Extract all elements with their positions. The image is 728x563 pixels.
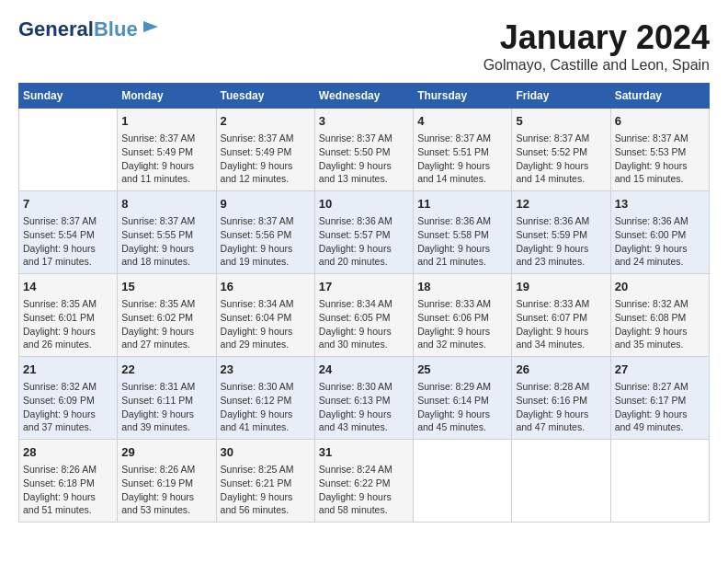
day-info-line: Sunset: 6:00 PM xyxy=(615,228,705,242)
day-info-line: and 35 minutes. xyxy=(615,338,705,351)
calendar-cell: 9Sunrise: 8:37 AMSunset: 5:56 PMDaylight… xyxy=(216,191,314,274)
calendar-cell: 27Sunrise: 8:27 AMSunset: 6:17 PMDayligh… xyxy=(610,357,709,440)
header-sunday: Sunday xyxy=(19,84,118,109)
day-number: 3 xyxy=(319,113,409,130)
day-info-line: Sunrise: 8:35 AM xyxy=(23,297,113,311)
logo: GeneralBlue xyxy=(18,18,160,40)
day-info-line: Sunrise: 8:37 AM xyxy=(615,132,705,145)
day-number: 1 xyxy=(121,113,211,130)
day-info-line: Sunrise: 8:24 AM xyxy=(319,463,409,477)
day-number: 20 xyxy=(615,279,705,295)
day-info-line: and 17 minutes. xyxy=(23,255,113,269)
day-number: 17 xyxy=(319,279,409,295)
calendar-cell: 22Sunrise: 8:31 AMSunset: 6:11 PMDayligh… xyxy=(118,357,216,440)
day-info-line: Sunrise: 8:36 AM xyxy=(319,214,409,228)
day-number: 6 xyxy=(615,113,705,130)
header-wednesday: Wednesday xyxy=(314,84,413,109)
week-row-5: 28Sunrise: 8:26 AMSunset: 6:18 PMDayligh… xyxy=(19,440,710,523)
calendar-cell: 3Sunrise: 8:37 AMSunset: 5:50 PMDaylight… xyxy=(314,109,413,191)
day-info-line: Sunset: 6:13 PM xyxy=(319,394,409,408)
logo-arrow-icon xyxy=(142,17,160,36)
day-info-line: and 27 minutes. xyxy=(121,338,211,351)
day-info-line: Sunrise: 8:37 AM xyxy=(516,132,606,145)
day-number: 4 xyxy=(417,113,507,130)
calendar-table: SundayMondayTuesdayWednesdayThursdayFrid… xyxy=(18,83,710,523)
day-number: 26 xyxy=(516,362,606,378)
calendar-cell: 30Sunrise: 8:25 AMSunset: 6:21 PMDayligh… xyxy=(216,440,314,523)
day-info-line: Sunset: 6:05 PM xyxy=(319,311,409,325)
day-info-line: Sunset: 6:12 PM xyxy=(221,394,311,408)
svg-marker-0 xyxy=(143,21,158,32)
week-row-4: 21Sunrise: 8:32 AMSunset: 6:09 PMDayligh… xyxy=(19,357,710,440)
day-number: 15 xyxy=(121,279,211,295)
day-info-line: Daylight: 9 hours xyxy=(516,408,606,421)
calendar-cell: 4Sunrise: 8:37 AMSunset: 5:51 PMDaylight… xyxy=(414,109,512,191)
day-info-line: and 47 minutes. xyxy=(516,420,606,434)
day-info-line: Daylight: 9 hours xyxy=(516,159,606,173)
day-info-line: Sunset: 6:22 PM xyxy=(319,477,409,490)
calendar-cell: 6Sunrise: 8:37 AMSunset: 5:53 PMDaylight… xyxy=(610,109,709,191)
day-info-line: Daylight: 9 hours xyxy=(319,159,409,173)
week-row-2: 7Sunrise: 8:37 AMSunset: 5:54 PMDaylight… xyxy=(19,191,710,274)
calendar-cell: 19Sunrise: 8:33 AMSunset: 6:07 PMDayligh… xyxy=(512,274,610,357)
header-monday: Monday xyxy=(118,84,216,109)
day-info-line: Sunset: 6:16 PM xyxy=(516,394,606,408)
day-info-line: Sunset: 6:07 PM xyxy=(516,311,606,325)
day-info-line: Daylight: 9 hours xyxy=(221,325,311,339)
day-info-line: and 14 minutes. xyxy=(516,172,606,186)
day-info-line: Sunrise: 8:30 AM xyxy=(319,380,409,394)
day-number: 11 xyxy=(417,196,507,213)
day-info-line: Sunset: 5:56 PM xyxy=(221,228,311,242)
day-info-line: Sunset: 6:04 PM xyxy=(221,311,311,325)
day-number: 2 xyxy=(221,113,311,130)
calendar-cell: 20Sunrise: 8:32 AMSunset: 6:08 PMDayligh… xyxy=(610,274,709,357)
day-info-line: Sunset: 6:11 PM xyxy=(121,394,211,408)
day-info-line: Daylight: 9 hours xyxy=(221,490,311,504)
day-info-line: Sunrise: 8:35 AM xyxy=(121,297,211,311)
header-saturday: Saturday xyxy=(610,84,709,109)
day-info-line: Sunset: 6:08 PM xyxy=(615,311,705,325)
day-info-line: Daylight: 9 hours xyxy=(121,159,211,173)
day-number: 28 xyxy=(23,444,113,461)
calendar-cell: 10Sunrise: 8:36 AMSunset: 5:57 PMDayligh… xyxy=(314,191,413,274)
day-info-line: and 24 minutes. xyxy=(615,255,705,269)
day-info-line: Daylight: 9 hours xyxy=(417,325,507,339)
day-info-line: and 30 minutes. xyxy=(319,338,409,351)
day-info-line: Sunset: 5:53 PM xyxy=(615,145,705,159)
calendar-cell: 16Sunrise: 8:34 AMSunset: 6:04 PMDayligh… xyxy=(216,274,314,357)
day-info-line: Sunset: 5:59 PM xyxy=(516,228,606,242)
day-number: 9 xyxy=(221,196,311,213)
day-info-line: and 19 minutes. xyxy=(221,255,311,269)
day-number: 5 xyxy=(516,113,606,130)
day-info-line: Sunset: 5:54 PM xyxy=(23,228,113,242)
calendar-cell: 24Sunrise: 8:30 AMSunset: 6:13 PMDayligh… xyxy=(314,357,413,440)
day-info-line: Sunset: 6:01 PM xyxy=(23,311,113,325)
header-tuesday: Tuesday xyxy=(216,84,314,109)
calendar-cell: 1Sunrise: 8:37 AMSunset: 5:49 PMDaylight… xyxy=(118,109,216,191)
day-number: 13 xyxy=(615,196,705,213)
day-info-line: and 20 minutes. xyxy=(319,255,409,269)
day-info-line: Sunset: 6:14 PM xyxy=(417,394,507,408)
day-info-line: and 26 minutes. xyxy=(23,338,113,351)
logo-text: GeneralBlue xyxy=(18,18,138,40)
day-number: 31 xyxy=(319,444,409,461)
day-info-line: Sunset: 6:18 PM xyxy=(23,477,113,490)
day-info-line: Sunrise: 8:26 AM xyxy=(23,463,113,477)
day-info-line: Daylight: 9 hours xyxy=(319,490,409,504)
page-header: GeneralBlue January 2024 Golmayo, Castil… xyxy=(18,18,710,74)
day-info-line: Daylight: 9 hours xyxy=(319,325,409,339)
day-number: 7 xyxy=(23,196,113,213)
day-info-line: Sunset: 5:50 PM xyxy=(319,145,409,159)
day-info-line: and 58 minutes. xyxy=(319,503,409,517)
day-info-line: Sunrise: 8:32 AM xyxy=(615,297,705,311)
week-row-3: 14Sunrise: 8:35 AMSunset: 6:01 PMDayligh… xyxy=(19,274,710,357)
day-info-line: Sunset: 5:57 PM xyxy=(319,228,409,242)
day-info-line: Sunset: 5:52 PM xyxy=(516,145,606,159)
day-info-line: Sunrise: 8:29 AM xyxy=(417,380,507,394)
day-info-line: Sunset: 6:17 PM xyxy=(615,394,705,408)
day-info-line: Daylight: 9 hours xyxy=(319,408,409,421)
day-info-line: Sunrise: 8:34 AM xyxy=(319,297,409,311)
day-info-line: Daylight: 9 hours xyxy=(615,325,705,339)
day-info-line: Daylight: 9 hours xyxy=(516,325,606,339)
calendar-cell xyxy=(610,440,709,523)
